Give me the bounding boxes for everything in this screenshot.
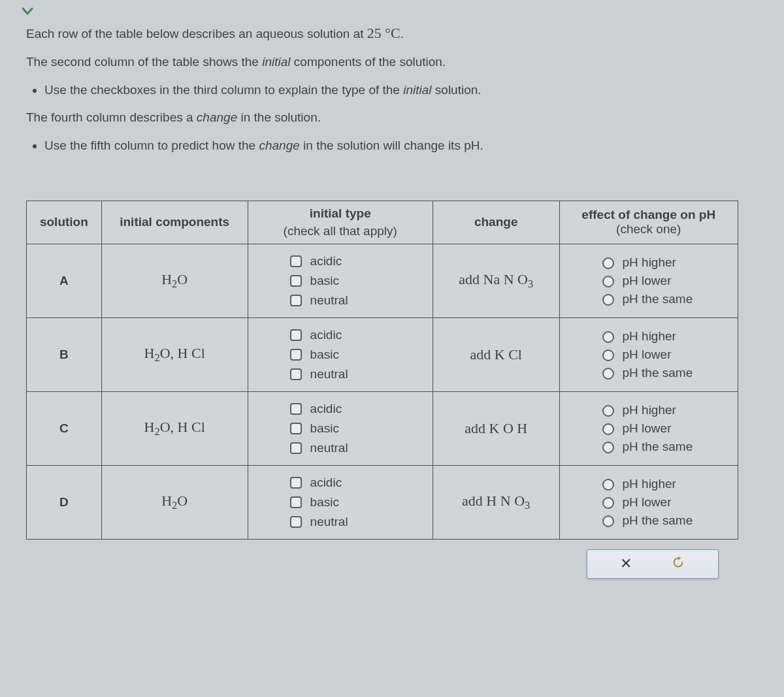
label-ph-lower: pH lower: [623, 348, 672, 362]
text: in the solution.: [237, 110, 321, 124]
label-acidic: acidic: [310, 476, 342, 490]
label-ph-higher: pH higher: [623, 403, 676, 417]
radio-ph-higher[interactable]: [602, 405, 614, 417]
radio-ph-same[interactable]: [602, 515, 614, 527]
radio-ph-same[interactable]: [602, 294, 614, 306]
radio-ph-same[interactable]: [602, 368, 614, 380]
text: solution.: [432, 83, 482, 97]
reset-icon[interactable]: [671, 555, 685, 573]
checkbox-neutral[interactable]: [290, 442, 302, 454]
effect-cell: pH higher pH lower pH the same: [559, 465, 738, 539]
initial-type-cell: acidic basic neutral: [248, 465, 433, 539]
intro-bullet-2: Use the fifth column to predict how the …: [44, 137, 758, 155]
label-basic: basic: [310, 421, 339, 436]
initial-components: H2O: [101, 244, 248, 317]
label-ph-higher: pH higher: [623, 477, 676, 491]
effect-cell: pH higher pH lower pH the same: [559, 317, 738, 391]
checkbox-neutral[interactable]: [290, 295, 302, 306]
text: The second column of the table shows the: [26, 55, 262, 69]
effect-cell: pH higher pH lower pH the same: [559, 244, 738, 317]
text: effect of change on pH: [581, 208, 715, 221]
label-neutral: neutral: [310, 441, 348, 455]
label-ph-lower: pH lower: [623, 421, 672, 436]
text: The fourth column describes a: [26, 110, 197, 124]
radio-ph-lower[interactable]: [602, 497, 614, 509]
change-cell: add Na N O3: [433, 244, 559, 317]
header-change: change: [433, 201, 559, 244]
change-cell: add H N O3: [433, 465, 559, 539]
table-row: B H2O, H Cl acidic basic neutral add K C…: [27, 317, 738, 391]
radio-ph-higher[interactable]: [602, 257, 614, 269]
solution-id: C: [27, 391, 102, 465]
radio-ph-lower[interactable]: [602, 276, 614, 287]
intro-bullet-1: Use the checkboxes in the third column t…: [44, 81, 758, 100]
initial-components: H2O: [101, 465, 248, 539]
checkbox-acidic[interactable]: [290, 477, 302, 489]
text: initial type: [310, 206, 371, 220]
solution-id: D: [27, 465, 102, 539]
radio-ph-lower[interactable]: [602, 423, 614, 435]
label-ph-same: pH the same: [623, 292, 693, 306]
label-basic: basic: [310, 274, 339, 288]
label-basic: basic: [310, 348, 339, 362]
change-cell: add K Cl: [433, 317, 559, 391]
label-ph-same: pH the same: [623, 513, 693, 528]
radio-ph-higher[interactable]: [602, 479, 614, 491]
intro-line-2: The second column of the table shows the…: [26, 53, 758, 72]
intro-line-1: Each row of the table below describes an…: [26, 22, 758, 44]
text: Each row of the table below describes an…: [26, 27, 367, 41]
text: .: [400, 27, 404, 41]
solution-id: A: [27, 244, 102, 317]
label-acidic: acidic: [310, 328, 342, 342]
header-solution: solution: [27, 201, 102, 244]
text: Use the fifth column to predict how the: [44, 138, 259, 152]
checkbox-basic[interactable]: [290, 496, 302, 508]
table-row: A H2O acidic basic neutral add Na N O3 p…: [27, 244, 738, 317]
checkbox-neutral[interactable]: [290, 516, 302, 528]
text: (check all that apply): [284, 224, 397, 238]
label-neutral: neutral: [310, 293, 348, 308]
text: components of the solution.: [291, 55, 446, 69]
solutions-table: solution initial components initial type…: [26, 201, 738, 540]
label-neutral: neutral: [310, 515, 348, 529]
checkbox-neutral[interactable]: [290, 368, 302, 380]
label-basic: basic: [310, 495, 339, 510]
label-acidic: acidic: [310, 402, 342, 416]
label-acidic: acidic: [310, 254, 342, 268]
label-ph-higher: pH higher: [623, 329, 676, 344]
temperature: 25 °C: [367, 25, 400, 41]
checkbox-acidic[interactable]: [290, 255, 302, 267]
table-row: D H2O acidic basic neutral add H N O3 pH…: [27, 465, 738, 539]
instructions-block: Each row of the table below describes an…: [26, 22, 758, 155]
checkbox-basic[interactable]: [290, 349, 302, 361]
header-initial-type: initial type (check all that apply): [248, 201, 433, 244]
text: in the solution will change its pH.: [300, 138, 483, 152]
text: (check one): [616, 222, 681, 236]
radio-ph-higher[interactable]: [602, 331, 614, 343]
text-italic: initial: [262, 55, 290, 69]
close-icon[interactable]: ✕: [620, 555, 632, 572]
chevron-down-icon: [20, 3, 35, 19]
text-italic: change: [259, 138, 299, 152]
header-components: initial components: [101, 201, 248, 244]
checkbox-acidic[interactable]: [290, 403, 302, 415]
label-ph-same: pH the same: [623, 366, 693, 380]
label-ph-higher: pH higher: [623, 255, 676, 270]
table-row: C H2O, H Cl acidic basic neutral add K O…: [27, 391, 738, 465]
initial-components: H2O, H Cl: [101, 317, 248, 391]
checkbox-basic[interactable]: [290, 275, 302, 287]
initial-type-cell: acidic basic neutral: [248, 244, 433, 317]
label-ph-same: pH the same: [623, 440, 693, 454]
change-cell: add K O H: [433, 391, 559, 465]
header-effect: effect of change on pH (check one): [559, 201, 738, 244]
checkbox-acidic[interactable]: [290, 329, 302, 341]
radio-ph-same[interactable]: [602, 442, 614, 453]
text: Use the checkboxes in the third column t…: [44, 83, 403, 97]
action-button-bar: ✕: [587, 549, 719, 579]
label-neutral: neutral: [310, 367, 348, 381]
initial-components: H2O, H Cl: [101, 391, 248, 465]
solution-id: B: [27, 317, 102, 391]
radio-ph-lower[interactable]: [602, 349, 614, 361]
label-ph-lower: pH lower: [623, 495, 672, 510]
checkbox-basic[interactable]: [290, 423, 302, 434]
